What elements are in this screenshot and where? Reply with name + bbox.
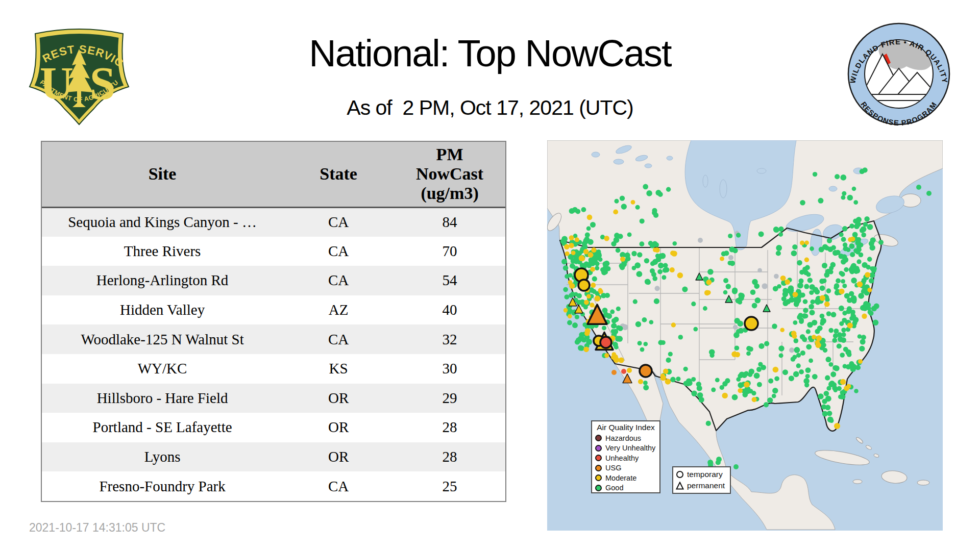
temporary-monitor-circle-icon	[640, 365, 652, 377]
state-cell: OR	[283, 384, 394, 413]
monitor-dot	[926, 191, 932, 196]
monitor-dot	[621, 369, 626, 374]
forest-service-shield-icon: FOREST SERVICE U S DEPARTMENT OF AGRICUL…	[28, 22, 130, 128]
legend-item-temporary: temporary	[676, 469, 727, 480]
aqi-color-dot-icon	[595, 455, 602, 461]
state-cell: KS	[283, 354, 394, 384]
state-cell: CA	[283, 471, 394, 501]
aqi-legend-label: Unhealthy	[605, 454, 639, 462]
table-row: Three RiversCA70	[42, 237, 505, 266]
wfaqrp-logo: WILDLAND FIRE • AIR QUALITY RESPONSE PRO…	[846, 21, 951, 129]
state-cell: OR	[283, 413, 394, 442]
aqi-legend-title: Air Quality Index	[595, 423, 656, 432]
table-row: Hillsboro - Hare FieldOR29	[42, 384, 505, 413]
monitor-dot	[878, 240, 884, 245]
state-cell: CA	[283, 207, 394, 237]
aqi-color-dot-icon	[595, 474, 602, 481]
site-cell: Sequoia and Kings Canyon - …	[42, 207, 283, 237]
value-cell: 25	[394, 471, 505, 501]
value-cell: 32	[394, 324, 505, 354]
table-row: Fresno-Foundry ParkCA25	[42, 471, 505, 501]
monitor-dot	[627, 368, 632, 373]
temporary-monitor-circle-icon	[578, 280, 590, 291]
aqi-legend-item: Unhealthy	[595, 453, 656, 463]
monitor-dot	[916, 185, 921, 190]
site-cell: Woodlake-125 N Walnut St	[42, 324, 283, 354]
aqi-legend: Air Quality Index HazardousVery Unhealth…	[591, 420, 660, 493]
aqi-legend-label: Very Unhealthy	[605, 444, 655, 452]
legend-item-permanent: permanent	[676, 480, 727, 491]
temporary-monitor-circle-icon	[600, 337, 611, 348]
table-row: Hidden ValleyAZ40	[42, 295, 505, 325]
aqi-color-dot-icon	[595, 465, 602, 471]
aqi-color-dot-icon	[595, 445, 602, 452]
page-title: National: Top NowCast	[0, 32, 980, 75]
value-cell: 70	[394, 237, 505, 266]
table-header-row: Site State PM NowCast (ug/m3)	[42, 142, 505, 207]
monitor-dot	[698, 238, 703, 243]
site-cell: Hidden Valley	[42, 295, 283, 325]
aqi-legend-item: Hazardous	[595, 433, 656, 443]
state-cell: OR	[283, 442, 394, 472]
state-cell: AZ	[283, 295, 394, 325]
site-cell: Herlong-Arlington Rd	[42, 266, 283, 295]
column-header-pm-nowcast: PM NowCast (ug/m3)	[394, 142, 505, 207]
aqi-legend-label: Good	[605, 484, 623, 492]
state-cell: CA	[283, 266, 394, 295]
aqi-legend-label: Moderate	[605, 474, 636, 482]
aqi-legend-item: Very Unhealthy	[595, 443, 656, 454]
wfaqrp-badge-icon: WILDLAND FIRE • AIR QUALITY RESPONSE PRO…	[846, 21, 951, 127]
value-cell: 29	[394, 384, 505, 413]
site-cell: Three Rivers	[42, 237, 283, 266]
table-row: Woodlake-125 N Walnut StCA32	[42, 324, 505, 354]
monitor-dot	[834, 423, 840, 429]
generated-timestamp: 2021-10-17 14:31:05 UTC	[29, 521, 165, 535]
value-cell: 40	[394, 295, 505, 325]
permanent-triangle-icon	[676, 482, 684, 490]
top-nowcast-table: Site State PM NowCast (ug/m3) Sequoia an…	[41, 141, 506, 502]
aqi-legend-item: Moderate	[595, 473, 656, 483]
value-cell: 28	[394, 413, 505, 442]
aqi-legend-item: Good	[595, 483, 656, 493]
aqi-legend-item: USG	[595, 463, 656, 473]
column-header-state: State	[283, 142, 394, 207]
marker-type-legend: temporary permanent	[672, 466, 731, 494]
table-row: WY/KCKS30	[42, 354, 505, 384]
monitor-dot	[728, 255, 733, 260]
temporary-circle-icon	[676, 470, 684, 479]
value-cell: 30	[394, 354, 505, 384]
table-row: Herlong-Arlington RdCA54	[42, 266, 505, 295]
site-cell: Hillsboro - Hare Field	[42, 384, 283, 413]
table-row: LyonsOR28	[42, 442, 505, 472]
value-cell: 28	[394, 442, 505, 472]
site-cell: Portland - SE Lafayette	[42, 413, 283, 442]
site-cell: Fresno-Foundry Park	[42, 471, 283, 501]
site-cell: WY/KC	[42, 354, 283, 384]
table-row: Portland - SE LafayetteOR28	[42, 413, 505, 442]
monitor-dot	[638, 379, 643, 384]
aqi-color-dot-icon	[595, 485, 602, 491]
aqi-legend-label: USG	[605, 464, 621, 472]
aqi-color-dot-icon	[595, 435, 602, 441]
table-row: Sequoia and Kings Canyon - …CA84	[42, 207, 505, 237]
aqi-legend-label: Hazardous	[605, 434, 641, 442]
temporary-monitor-circle-icon	[745, 317, 758, 330]
page-subtitle: As of 2 PM, Oct 17, 2021 (UTC)	[0, 96, 980, 120]
value-cell: 54	[394, 266, 505, 295]
forest-service-logo: FOREST SERVICE U S DEPARTMENT OF AGRICUL…	[28, 22, 130, 130]
monitor-dot	[733, 464, 739, 469]
column-header-site: Site	[42, 142, 283, 207]
monitor-dot	[611, 370, 617, 375]
state-cell: CA	[283, 237, 394, 266]
site-cell: Lyons	[42, 442, 283, 472]
value-cell: 84	[394, 207, 505, 237]
state-cell: CA	[283, 324, 394, 354]
